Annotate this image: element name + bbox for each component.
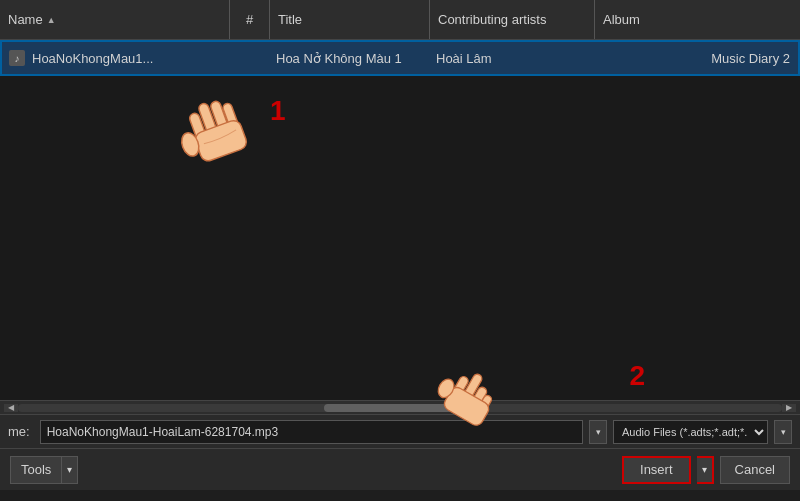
- file-type-arrow-icon: ▾: [781, 427, 786, 437]
- scroll-left-arrow[interactable]: ◀: [4, 404, 18, 412]
- insert-dropdown-button[interactable]: ▾: [697, 456, 714, 484]
- tools-button[interactable]: Tools: [10, 456, 62, 484]
- tools-dropdown-button[interactable]: ▾: [62, 456, 78, 484]
- annotation-number-1: 1: [270, 95, 286, 127]
- table-row[interactable]: ♪ HoaNoKhongMau1... Hoa Nở Không Màu 1 H…: [0, 40, 800, 76]
- insert-label: Insert: [640, 462, 673, 477]
- col-name-header[interactable]: Name ▲: [0, 0, 230, 39]
- scrollbar-track[interactable]: [18, 404, 782, 412]
- music-icon: ♪: [9, 50, 25, 66]
- file-name-cell: HoaNoKhongMau1...: [28, 51, 228, 66]
- file-list: ♪ HoaNoKhongMau1... Hoa Nở Không Màu 1 H…: [0, 40, 800, 400]
- col-name-label: Name: [8, 12, 43, 27]
- cancel-label: Cancel: [735, 462, 775, 477]
- file-title-cell: Hoa Nở Không Màu 1: [268, 51, 428, 66]
- col-artists-header[interactable]: Contributing artists: [430, 0, 595, 39]
- filename-label: me:: [8, 424, 34, 439]
- col-album-label: Album: [603, 12, 640, 27]
- col-hash-header[interactable]: #: [230, 0, 270, 39]
- file-type-select[interactable]: Audio Files (*.adts;*.adt;*.aac;*.a: [613, 420, 768, 444]
- action-bar: Tools ▾ Insert ▾ Cancel: [0, 448, 800, 490]
- insert-button[interactable]: Insert: [622, 456, 691, 484]
- annotation-number-2: 2: [629, 360, 645, 392]
- col-title-label: Title: [278, 12, 302, 27]
- table-header: Name ▲ # Title Contributing artists Albu…: [0, 0, 800, 40]
- file-icon: ♪: [6, 50, 28, 66]
- file-album-cell: Music Diary 2: [593, 51, 798, 66]
- col-artists-label: Contributing artists: [438, 12, 546, 27]
- tools-label: Tools: [21, 462, 51, 477]
- file-type-dropdown-arrow[interactable]: ▾: [774, 420, 792, 444]
- tools-button-group: Tools ▾: [10, 456, 78, 484]
- tools-arrow-icon: ▾: [67, 464, 72, 475]
- scroll-right-arrow[interactable]: ▶: [782, 404, 796, 412]
- empty-area: [0, 76, 800, 400]
- col-title-header[interactable]: Title: [270, 0, 430, 39]
- scrollbar-horizontal[interactable]: ◀ ▶: [0, 400, 800, 414]
- cancel-button[interactable]: Cancel: [720, 456, 790, 484]
- filename-dropdown-arrow[interactable]: ▾: [589, 420, 607, 444]
- insert-arrow-icon: ▾: [702, 464, 707, 475]
- col-album-header[interactable]: Album: [595, 0, 800, 39]
- scrollbar-thumb[interactable]: [324, 404, 477, 412]
- dropdown-arrow-icon: ▾: [596, 427, 601, 437]
- sort-arrow-icon: ▲: [47, 15, 56, 25]
- col-hash-label: #: [246, 12, 253, 27]
- file-artists-cell: Hoài Lâm: [428, 51, 593, 66]
- filename-input[interactable]: [40, 420, 583, 444]
- bottom-filename-bar: me: ▾ Audio Files (*.adts;*.adt;*.aac;*.…: [0, 414, 800, 448]
- music-glyph: ♪: [15, 53, 20, 64]
